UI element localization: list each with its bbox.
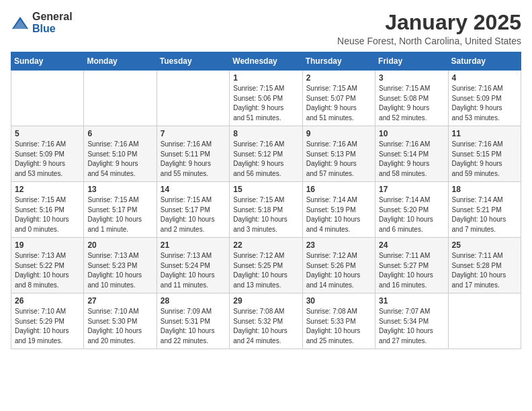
day-number: 14 [161,185,226,194]
calendar-week-row: 19Sunrise: 7:13 AM Sunset: 5:22 PM Dayli… [11,238,521,293]
day-info: Sunrise: 7:16 AM Sunset: 5:15 PM Dayligh… [452,140,517,179]
calendar-cell: 6Sunrise: 7:16 AM Sunset: 5:10 PM Daylig… [84,126,157,182]
day-number: 12 [15,185,80,194]
day-number: 10 [379,129,444,138]
day-info: Sunrise: 7:16 AM Sunset: 5:09 PM Dayligh… [452,84,517,123]
day-number: 7 [161,129,226,138]
calendar-cell: 14Sunrise: 7:15 AM Sunset: 5:17 PM Dayli… [157,182,229,238]
calendar-cell: 4Sunrise: 7:16 AM Sunset: 5:09 PM Daylig… [448,71,521,126]
calendar-week-row: 26Sunrise: 7:10 AM Sunset: 5:29 PM Dayli… [11,293,521,349]
day-info: Sunrise: 7:15 AM Sunset: 5:18 PM Dayligh… [233,195,298,234]
calendar-cell [11,71,84,126]
calendar-cell: 27Sunrise: 7:10 AM Sunset: 5:30 PM Dayli… [84,293,157,349]
page-header: General Blue January 2025 Neuse Forest, … [11,11,521,46]
day-info: Sunrise: 7:09 AM Sunset: 5:31 PM Dayligh… [161,307,226,346]
location-title: Neuse Forest, North Carolina, United Sta… [337,36,521,46]
day-number: 17 [379,185,444,194]
day-info: Sunrise: 7:15 AM Sunset: 5:07 PM Dayligh… [306,84,371,123]
day-info: Sunrise: 7:13 AM Sunset: 5:24 PM Dayligh… [161,251,226,290]
day-number: 11 [452,129,517,138]
calendar-cell: 16Sunrise: 7:14 AM Sunset: 5:19 PM Dayli… [302,182,375,238]
logo-text-blue: Blue [32,23,56,34]
calendar-cell: 20Sunrise: 7:13 AM Sunset: 5:23 PM Dayli… [84,238,157,293]
calendar-week-row: 1Sunrise: 7:15 AM Sunset: 5:06 PM Daylig… [11,71,521,126]
calendar-cell: 3Sunrise: 7:15 AM Sunset: 5:08 PM Daylig… [375,71,448,126]
day-number: 13 [87,185,152,194]
day-number: 16 [306,185,371,194]
calendar-week-row: 12Sunrise: 7:15 AM Sunset: 5:16 PM Dayli… [11,182,521,238]
logo: General Blue [11,11,73,35]
day-number: 8 [233,129,298,138]
calendar-cell: 29Sunrise: 7:08 AM Sunset: 5:32 PM Dayli… [230,293,302,349]
day-number: 21 [161,240,226,250]
day-number: 9 [306,129,371,138]
day-number: 31 [379,296,444,306]
calendar-cell: 22Sunrise: 7:12 AM Sunset: 5:25 PM Dayli… [230,238,302,293]
calendar-cell: 1Sunrise: 7:15 AM Sunset: 5:06 PM Daylig… [230,71,302,126]
calendar-cell: 15Sunrise: 7:15 AM Sunset: 5:18 PM Dayli… [230,182,302,238]
day-info: Sunrise: 7:08 AM Sunset: 5:33 PM Dayligh… [306,307,371,346]
month-title: January 2025 [337,11,521,34]
day-info: Sunrise: 7:10 AM Sunset: 5:29 PM Dayligh… [15,307,80,346]
logo-text-general: General [32,11,73,22]
calendar-cell: 26Sunrise: 7:10 AM Sunset: 5:29 PM Dayli… [11,293,84,349]
calendar-header-row: SundayMondayTuesdayWednesdayThursdayFrid… [11,52,521,71]
calendar-cell [157,71,229,126]
day-info: Sunrise: 7:12 AM Sunset: 5:25 PM Dayligh… [233,251,298,290]
calendar-cell: 12Sunrise: 7:15 AM Sunset: 5:16 PM Dayli… [11,182,84,238]
day-header-sunday: Sunday [11,52,84,71]
day-number: 25 [452,240,517,250]
calendar-table: SundayMondayTuesdayWednesdayThursdayFrid… [11,52,521,349]
day-info: Sunrise: 7:14 AM Sunset: 5:19 PM Dayligh… [306,195,371,234]
day-number: 5 [15,129,80,138]
calendar-cell [84,71,157,126]
day-number: 26 [15,296,80,306]
day-number: 20 [87,240,152,250]
day-number: 28 [161,296,226,306]
day-info: Sunrise: 7:16 AM Sunset: 5:13 PM Dayligh… [306,140,371,179]
day-info: Sunrise: 7:15 AM Sunset: 5:16 PM Dayligh… [15,195,80,234]
calendar-week-row: 5Sunrise: 7:16 AM Sunset: 5:09 PM Daylig… [11,126,521,182]
calendar-cell: 10Sunrise: 7:16 AM Sunset: 5:14 PM Dayli… [375,126,448,182]
calendar-cell: 31Sunrise: 7:07 AM Sunset: 5:34 PM Dayli… [375,293,448,349]
day-info: Sunrise: 7:16 AM Sunset: 5:09 PM Dayligh… [15,140,80,179]
calendar-cell: 30Sunrise: 7:08 AM Sunset: 5:33 PM Dayli… [302,293,375,349]
day-number: 22 [233,240,298,250]
day-info: Sunrise: 7:16 AM Sunset: 5:14 PM Dayligh… [379,140,444,179]
calendar-cell: 13Sunrise: 7:15 AM Sunset: 5:17 PM Dayli… [84,182,157,238]
calendar-cell: 8Sunrise: 7:16 AM Sunset: 5:12 PM Daylig… [230,126,302,182]
calendar-cell: 17Sunrise: 7:14 AM Sunset: 5:20 PM Dayli… [375,182,448,238]
calendar-cell: 19Sunrise: 7:13 AM Sunset: 5:22 PM Dayli… [11,238,84,293]
day-number: 15 [233,185,298,194]
day-info: Sunrise: 7:16 AM Sunset: 5:12 PM Dayligh… [233,140,298,179]
day-info: Sunrise: 7:14 AM Sunset: 5:20 PM Dayligh… [379,195,444,234]
day-number: 27 [87,296,152,306]
day-info: Sunrise: 7:13 AM Sunset: 5:22 PM Dayligh… [15,251,80,290]
calendar-cell: 5Sunrise: 7:16 AM Sunset: 5:09 PM Daylig… [11,126,84,182]
calendar-cell [448,293,521,349]
day-header-saturday: Saturday [448,52,521,71]
day-info: Sunrise: 7:15 AM Sunset: 5:17 PM Dayligh… [161,195,226,234]
calendar-cell: 23Sunrise: 7:12 AM Sunset: 5:26 PM Dayli… [302,238,375,293]
day-info: Sunrise: 7:16 AM Sunset: 5:11 PM Dayligh… [161,140,226,179]
day-number: 1 [233,73,298,83]
day-number: 2 [306,73,371,83]
calendar-cell: 28Sunrise: 7:09 AM Sunset: 5:31 PM Dayli… [157,293,229,349]
day-info: Sunrise: 7:07 AM Sunset: 5:34 PM Dayligh… [379,307,444,346]
day-info: Sunrise: 7:12 AM Sunset: 5:26 PM Dayligh… [306,251,371,290]
day-info: Sunrise: 7:08 AM Sunset: 5:32 PM Dayligh… [233,307,298,346]
day-number: 23 [306,240,371,250]
day-header-wednesday: Wednesday [230,52,302,71]
day-info: Sunrise: 7:15 AM Sunset: 5:08 PM Dayligh… [379,84,444,123]
day-number: 6 [87,129,152,138]
day-number: 24 [379,240,444,250]
day-number: 3 [379,73,444,83]
calendar-cell: 18Sunrise: 7:14 AM Sunset: 5:21 PM Dayli… [448,182,521,238]
day-header-thursday: Thursday [302,52,375,71]
day-info: Sunrise: 7:10 AM Sunset: 5:30 PM Dayligh… [87,307,152,346]
day-info: Sunrise: 7:14 AM Sunset: 5:21 PM Dayligh… [452,195,517,234]
calendar-cell: 25Sunrise: 7:11 AM Sunset: 5:28 PM Dayli… [448,238,521,293]
day-number: 29 [233,296,298,306]
calendar-cell: 2Sunrise: 7:15 AM Sunset: 5:07 PM Daylig… [302,71,375,126]
day-info: Sunrise: 7:11 AM Sunset: 5:28 PM Dayligh… [452,251,517,290]
